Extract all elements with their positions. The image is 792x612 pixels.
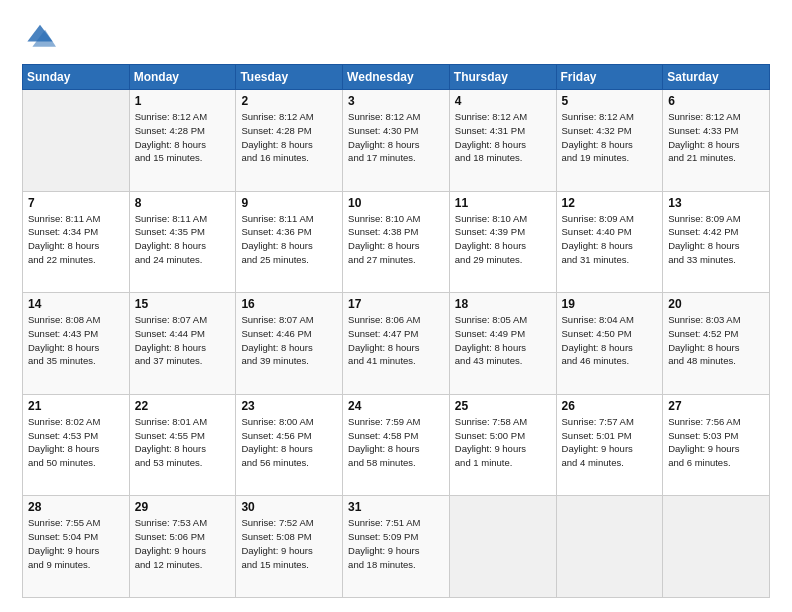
sunset-text: Sunset: 5:01 PM [562,429,658,443]
cell-4-3: 23Sunrise: 8:00 AMSunset: 4:56 PMDayligh… [236,394,343,496]
daylight-hours: and 35 minutes. [28,354,124,368]
header-row: SundayMondayTuesdayWednesdayThursdayFrid… [23,65,770,90]
daylight-hours: and 19 minutes. [562,151,658,165]
sunset-text: Sunset: 4:39 PM [455,225,551,239]
header-day-tuesday: Tuesday [236,65,343,90]
sunset-text: Sunset: 4:47 PM [348,327,444,341]
cell-3-4: 17Sunrise: 8:06 AMSunset: 4:47 PMDayligh… [343,293,450,395]
day-number: 6 [668,94,764,108]
day-number: 14 [28,297,124,311]
day-number: 17 [348,297,444,311]
day-number: 13 [668,196,764,210]
day-number: 18 [455,297,551,311]
sunrise-text: Sunrise: 8:10 AM [348,212,444,226]
sunrise-text: Sunrise: 7:52 AM [241,516,337,530]
sunrise-text: Sunrise: 8:04 AM [562,313,658,327]
week-row-4: 21Sunrise: 8:02 AMSunset: 4:53 PMDayligh… [23,394,770,496]
sunrise-text: Sunrise: 8:12 AM [562,110,658,124]
cell-1-2: 1Sunrise: 8:12 AMSunset: 4:28 PMDaylight… [129,90,236,192]
cell-3-7: 20Sunrise: 8:03 AMSunset: 4:52 PMDayligh… [663,293,770,395]
cell-2-7: 13Sunrise: 8:09 AMSunset: 4:42 PMDayligh… [663,191,770,293]
daylight-hours: and 29 minutes. [455,253,551,267]
sunrise-text: Sunrise: 7:53 AM [135,516,231,530]
cell-1-5: 4Sunrise: 8:12 AMSunset: 4:31 PMDaylight… [449,90,556,192]
daylight-text: Daylight: 8 hours [348,442,444,456]
cell-5-4: 31Sunrise: 7:51 AMSunset: 5:09 PMDayligh… [343,496,450,598]
daylight-text: Daylight: 8 hours [135,138,231,152]
daylight-hours: and 4 minutes. [562,456,658,470]
daylight-text: Daylight: 8 hours [241,138,337,152]
daylight-hours: and 48 minutes. [668,354,764,368]
sunrise-text: Sunrise: 8:01 AM [135,415,231,429]
sunrise-text: Sunrise: 8:00 AM [241,415,337,429]
daylight-text: Daylight: 8 hours [135,341,231,355]
daylight-text: Daylight: 8 hours [562,341,658,355]
week-row-1: 1Sunrise: 8:12 AMSunset: 4:28 PMDaylight… [23,90,770,192]
day-number: 26 [562,399,658,413]
day-number: 24 [348,399,444,413]
daylight-text: Daylight: 8 hours [241,442,337,456]
sunset-text: Sunset: 4:58 PM [348,429,444,443]
day-number: 5 [562,94,658,108]
page: SundayMondayTuesdayWednesdayThursdayFrid… [0,0,792,612]
sunrise-text: Sunrise: 7:59 AM [348,415,444,429]
sunset-text: Sunset: 4:46 PM [241,327,337,341]
cell-1-7: 6Sunrise: 8:12 AMSunset: 4:33 PMDaylight… [663,90,770,192]
cell-3-1: 14Sunrise: 8:08 AMSunset: 4:43 PMDayligh… [23,293,130,395]
cell-4-1: 21Sunrise: 8:02 AMSunset: 4:53 PMDayligh… [23,394,130,496]
sunrise-text: Sunrise: 8:02 AM [28,415,124,429]
daylight-hours: and 58 minutes. [348,456,444,470]
header-day-wednesday: Wednesday [343,65,450,90]
sunset-text: Sunset: 4:32 PM [562,124,658,138]
daylight-text: Daylight: 8 hours [348,341,444,355]
daylight-hours: and 43 minutes. [455,354,551,368]
day-number: 2 [241,94,337,108]
sunrise-text: Sunrise: 7:58 AM [455,415,551,429]
daylight-text: Daylight: 8 hours [668,138,764,152]
day-number: 19 [562,297,658,311]
daylight-text: Daylight: 8 hours [135,239,231,253]
daylight-text: Daylight: 8 hours [348,239,444,253]
day-number: 23 [241,399,337,413]
daylight-hours: and 22 minutes. [28,253,124,267]
sunset-text: Sunset: 4:38 PM [348,225,444,239]
daylight-text: Daylight: 9 hours [28,544,124,558]
daylight-text: Daylight: 8 hours [241,239,337,253]
cell-5-6 [556,496,663,598]
daylight-hours: and 15 minutes. [135,151,231,165]
sunrise-text: Sunrise: 8:07 AM [241,313,337,327]
daylight-hours: and 46 minutes. [562,354,658,368]
day-number: 28 [28,500,124,514]
daylight-text: Daylight: 8 hours [455,239,551,253]
daylight-hours: and 15 minutes. [241,558,337,572]
daylight-text: Daylight: 9 hours [562,442,658,456]
daylight-hours: and 9 minutes. [28,558,124,572]
sunrise-text: Sunrise: 7:55 AM [28,516,124,530]
day-number: 29 [135,500,231,514]
cell-1-4: 3Sunrise: 8:12 AMSunset: 4:30 PMDaylight… [343,90,450,192]
daylight-text: Daylight: 9 hours [455,442,551,456]
sunrise-text: Sunrise: 8:12 AM [455,110,551,124]
sunrise-text: Sunrise: 8:12 AM [135,110,231,124]
daylight-hours: and 21 minutes. [668,151,764,165]
day-number: 12 [562,196,658,210]
day-number: 4 [455,94,551,108]
sunset-text: Sunset: 4:52 PM [668,327,764,341]
sunset-text: Sunset: 4:30 PM [348,124,444,138]
sunrise-text: Sunrise: 8:05 AM [455,313,551,327]
sunset-text: Sunset: 4:56 PM [241,429,337,443]
sunset-text: Sunset: 4:40 PM [562,225,658,239]
daylight-text: Daylight: 8 hours [455,341,551,355]
sunset-text: Sunset: 4:49 PM [455,327,551,341]
week-row-5: 28Sunrise: 7:55 AMSunset: 5:04 PMDayligh… [23,496,770,598]
cell-5-2: 29Sunrise: 7:53 AMSunset: 5:06 PMDayligh… [129,496,236,598]
week-row-2: 7Sunrise: 8:11 AMSunset: 4:34 PMDaylight… [23,191,770,293]
cell-1-3: 2Sunrise: 8:12 AMSunset: 4:28 PMDaylight… [236,90,343,192]
cell-2-4: 10Sunrise: 8:10 AMSunset: 4:38 PMDayligh… [343,191,450,293]
sunset-text: Sunset: 4:34 PM [28,225,124,239]
cell-2-3: 9Sunrise: 8:11 AMSunset: 4:36 PMDaylight… [236,191,343,293]
calendar-body: 1Sunrise: 8:12 AMSunset: 4:28 PMDaylight… [23,90,770,598]
sunset-text: Sunset: 4:28 PM [241,124,337,138]
daylight-text: Daylight: 8 hours [28,239,124,253]
header-day-monday: Monday [129,65,236,90]
